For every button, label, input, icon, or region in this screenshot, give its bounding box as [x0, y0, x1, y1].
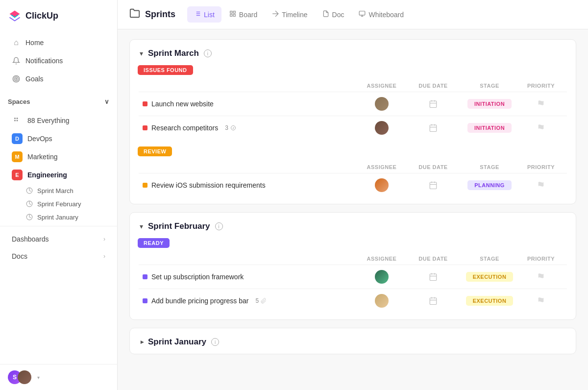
sprint-january-icon [25, 213, 33, 221]
table-row[interactable]: Set up subscription framework EXECUTION [139, 265, 567, 289]
task-name-label: Launch new website [151, 100, 214, 108]
tab-list[interactable]: List [187, 6, 221, 23]
sprint-january-title: Sprint January [148, 337, 206, 347]
tab-doc[interactable]: Doc [316, 6, 351, 23]
tab-whiteboard-label: Whiteboard [368, 11, 404, 19]
sidebar-item-docs[interactable]: Docs › [4, 248, 113, 265]
svg-point-3 [14, 118, 16, 119]
task-date-cell[interactable] [406, 123, 460, 132]
sidebar-item-notifications[interactable]: Notifications [4, 52, 113, 70]
tab-board[interactable]: Board [222, 6, 264, 23]
sprint-january-header[interactable]: ▾ Sprint January i [130, 328, 576, 354]
sidebar-item-sprint-january[interactable]: Sprint January [18, 211, 117, 223]
stage-badge: INITIATION [467, 99, 512, 109]
task-priority-cell[interactable] [519, 124, 563, 132]
svg-rect-16 [230, 11, 232, 13]
sprint-february-chevron-icon: ▾ [140, 222, 143, 230]
engineering-avatar: E [12, 170, 23, 180]
sidebar-item-everything[interactable]: 88 Everything [4, 112, 113, 129]
whiteboard-tab-icon [359, 10, 366, 19]
flag-icon [537, 273, 545, 281]
task-dot-icon [143, 274, 147, 279]
attachment-icon [261, 298, 267, 304]
sprint-march-header[interactable]: ▾ Sprint March i [130, 40, 576, 65]
avatar [375, 294, 389, 308]
sidebar-item-marketing[interactable]: M Marketing [4, 148, 113, 166]
task-priority-cell[interactable] [519, 297, 563, 305]
table-row[interactable]: Research competitors 3 [139, 116, 567, 140]
dashboards-arrow-icon: › [103, 236, 105, 243]
assignee-col: ASSIGNEE [357, 256, 406, 262]
task-stage-cell[interactable]: INITIATION [460, 99, 519, 109]
main-content: Sprints List Board Timeline [118, 0, 588, 390]
task-priority-cell[interactable] [519, 100, 563, 108]
svg-rect-41 [430, 298, 437, 305]
sidebar-item-sprint-march[interactable]: Sprint March [18, 184, 117, 197]
tab-timeline[interactable]: Timeline [265, 6, 314, 23]
task-name-col [143, 164, 357, 170]
svg-rect-29 [430, 125, 437, 132]
list-tab-icon [194, 10, 201, 19]
task-name-cell: Launch new website [143, 100, 357, 108]
svg-rect-21 [360, 11, 366, 15]
sprint-february-info-icon[interactable]: i [215, 222, 223, 230]
bell-icon [12, 56, 21, 65]
task-name-label: Review iOS submission requirements [151, 181, 266, 189]
ready-tag: READY [138, 238, 170, 248]
stage-badge: INITIATION [467, 123, 512, 133]
due-date-col: DUE DATE [406, 164, 460, 170]
sprint-march-info-icon[interactable]: i [204, 49, 212, 57]
spaces-header[interactable]: Spaces ∨ [8, 98, 109, 105]
task-date-cell[interactable] [406, 181, 460, 190]
sidebar-item-notifications-label: Notifications [25, 57, 63, 65]
sprint-february-header[interactable]: ▾ Sprint February i [130, 213, 576, 238]
header-tabs: List Board Timeline Doc [187, 6, 411, 23]
calendar-icon [429, 272, 438, 281]
sidebar-item-devops[interactable]: D DevOps [4, 130, 113, 147]
user-area[interactable]: S ▾ [0, 364, 117, 390]
flag-icon [537, 297, 545, 305]
dashboards-label: Dashboards [12, 235, 49, 243]
task-date-cell[interactable] [406, 99, 460, 108]
task-name-col [143, 256, 357, 262]
task-dot-icon [143, 298, 147, 303]
sidebar-item-dashboards[interactable]: Dashboards › [4, 231, 113, 247]
tab-board-label: Board [239, 11, 257, 19]
task-priority-cell[interactable] [519, 181, 563, 189]
sidebar-item-home[interactable]: ⌂ Home [4, 34, 113, 51]
task-stage-cell[interactable]: PLANNING [460, 180, 519, 190]
sprint-january-info-icon[interactable]: i [211, 338, 219, 346]
table-row[interactable]: Review iOS submission requirements PLANN… [139, 173, 567, 197]
content-area: ▾ Sprint March i ISSUES FOUND ASSIGNEE D… [118, 29, 588, 390]
task-date-cell[interactable] [406, 296, 460, 305]
svg-point-1 [14, 77, 18, 81]
sidebar-item-goals[interactable]: Goals [4, 70, 113, 88]
task-dot-icon [143, 125, 147, 130]
priority-col: PRIORITY [519, 164, 563, 170]
engineering-label: Engineering [27, 171, 67, 179]
task-name-cell: Add bundle pricing progress bar 5 [143, 297, 357, 305]
task-stage-cell[interactable]: EXECUTION [460, 296, 519, 306]
table-row[interactable]: Add bundle pricing progress bar 5 [139, 289, 567, 313]
sidebar-item-sprint-february[interactable]: Sprint February [18, 197, 117, 210]
review-table-header: ASSIGNEE DUE DATE STAGE PRIORITY [139, 162, 567, 172]
goals-icon [12, 74, 21, 83]
sprint-march-title: Sprint March [148, 49, 199, 58]
calendar-icon [429, 123, 438, 132]
logo[interactable]: ClickUp [0, 0, 117, 31]
sprint-march-sub-label: Sprint March [37, 187, 74, 195]
flag-icon [537, 181, 545, 189]
app-name: ClickUp [25, 11, 58, 21]
tab-whiteboard[interactable]: Whiteboard [352, 6, 411, 23]
avatar [375, 97, 389, 111]
table-row[interactable]: Launch new website INITIATION [139, 92, 567, 116]
svg-rect-33 [430, 182, 437, 189]
sidebar-item-engineering[interactable]: E Engineering [4, 166, 113, 184]
task-stage-cell[interactable]: EXECUTION [460, 272, 519, 282]
task-name-label: Add bundle pricing progress bar [151, 297, 248, 305]
marketing-label: Marketing [27, 153, 57, 161]
task-assignee-cell [357, 294, 406, 308]
task-priority-cell[interactable] [519, 273, 563, 281]
task-date-cell[interactable] [406, 272, 460, 281]
task-stage-cell[interactable]: INITIATION [460, 123, 519, 133]
